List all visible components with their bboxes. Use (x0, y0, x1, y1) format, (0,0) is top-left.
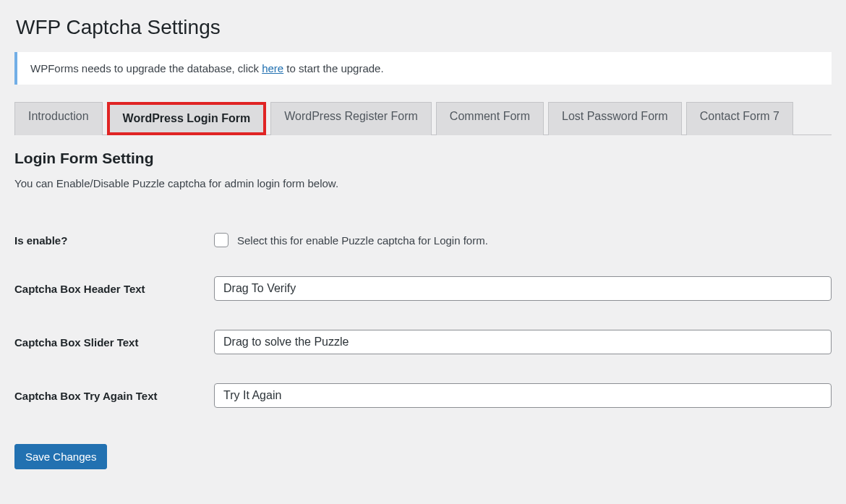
tab-wp-register-form[interactable]: WordPress Register Form (270, 102, 432, 135)
slider-text-input[interactable] (214, 330, 832, 354)
notice-banner: WPForms needs to upgrade the database, c… (14, 52, 832, 85)
is-enable-label: Is enable? (14, 218, 214, 262)
header-text-label: Captcha Box Header Text (14, 262, 214, 315)
tryagain-text-label: Captcha Box Try Again Text (14, 369, 214, 422)
is-enable-desc: Select this for enable Puzzle captcha fo… (237, 234, 488, 247)
tab-contact-form-7[interactable]: Contact Form 7 (686, 102, 793, 135)
tab-lost-password-form[interactable]: Lost Password Form (548, 102, 682, 135)
settings-form-table: Is enable? Select this for enable Puzzle… (14, 218, 832, 422)
notice-link[interactable]: here (262, 62, 283, 74)
slider-text-label: Captcha Box Slider Text (14, 315, 214, 369)
section-description: You can Enable/Disable Puzzle captcha fo… (14, 177, 832, 189)
notice-text-after: to start the upgrade. (283, 62, 383, 74)
save-changes-button[interactable]: Save Changes (14, 444, 107, 469)
tab-introduction[interactable]: Introduction (14, 102, 103, 135)
notice-text-before: WPForms needs to upgrade the database, c… (30, 62, 262, 74)
page-title: WFP Captcha Settings (16, 16, 832, 39)
tab-bar: Introduction WordPress Login Form WordPr… (14, 102, 832, 135)
section-heading: Login Form Setting (14, 150, 832, 167)
tab-wp-login-form[interactable]: WordPress Login Form (107, 102, 267, 135)
is-enable-checkbox[interactable] (214, 233, 228, 247)
tab-comment-form[interactable]: Comment Form (436, 102, 544, 135)
tryagain-text-input[interactable] (214, 383, 832, 408)
header-text-input[interactable] (214, 276, 832, 301)
